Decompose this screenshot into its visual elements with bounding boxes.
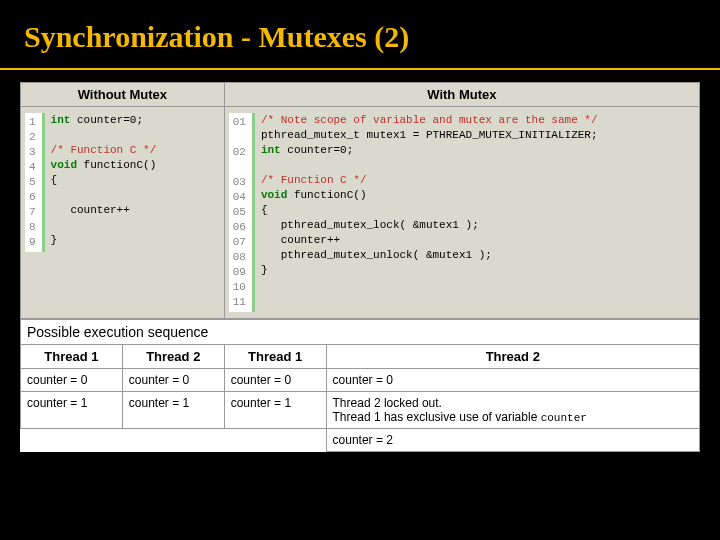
cell: counter = 0 xyxy=(122,369,224,392)
cell xyxy=(122,429,224,452)
table-row: counter = 2 xyxy=(21,429,700,452)
cell: counter = 1 xyxy=(224,392,326,429)
page-title: Synchronization - Mutexes (2) xyxy=(0,0,720,70)
col-thread1b: Thread 1 xyxy=(224,345,326,369)
cell: counter = 0 xyxy=(326,369,699,392)
cell: counter = 0 xyxy=(224,369,326,392)
table-row: counter = 0 counter = 0 counter = 0 coun… xyxy=(21,369,700,392)
cell: counter = 2 xyxy=(326,429,699,452)
exec-header: Possible execution sequence xyxy=(21,320,700,345)
with-mutex-code-cell: 01 02 03 04 05 06 07 08 09 10 11 /* Note… xyxy=(224,107,699,319)
cell xyxy=(21,429,123,452)
line-gutter: 01 02 03 04 05 06 07 08 09 10 11 xyxy=(229,113,255,312)
line-gutter: 1 2 3 4 5 6 7 8 9 xyxy=(25,113,45,252)
col-thread1a: Thread 1 xyxy=(21,345,123,369)
table-row: counter = 1 counter = 1 counter = 1 Thre… xyxy=(21,392,700,429)
code-table: Without Mutex With Mutex 1 2 3 4 5 6 7 8… xyxy=(20,82,700,319)
cell xyxy=(224,429,326,452)
col-thread2b: Thread 2 xyxy=(326,345,699,369)
cell: Thread 2 locked out. Thread 1 has exclus… xyxy=(326,392,699,429)
without-mutex-header: Without Mutex xyxy=(21,83,225,107)
with-mutex-header: With Mutex xyxy=(224,83,699,107)
cell: counter = 1 xyxy=(122,392,224,429)
col-thread2a: Thread 2 xyxy=(122,345,224,369)
code-block: /* Note scope of variable and mutex are … xyxy=(261,113,598,312)
cell: counter = 0 xyxy=(21,369,123,392)
execution-table: Possible execution sequence Thread 1 Thr… xyxy=(20,319,700,452)
content: Without Mutex With Mutex 1 2 3 4 5 6 7 8… xyxy=(20,82,700,452)
without-mutex-code-cell: 1 2 3 4 5 6 7 8 9 int counter=0; /* Func… xyxy=(21,107,225,319)
code-block: int counter=0; /* Function C */ void fun… xyxy=(51,113,157,252)
cell: counter = 1 xyxy=(21,392,123,429)
